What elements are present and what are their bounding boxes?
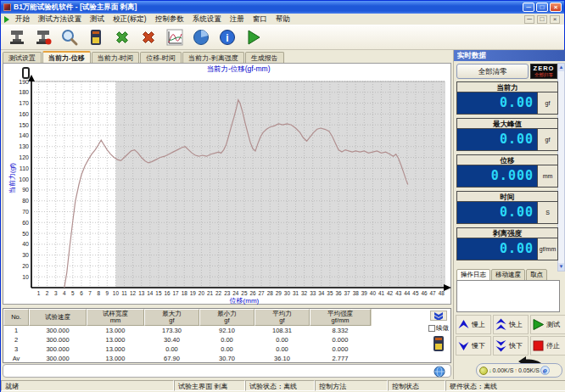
- display-max-peak: 最大峰值 0.00 gf: [456, 118, 558, 151]
- curve-chart-icon[interactable]: [162, 26, 187, 49]
- svg-text:18: 18: [182, 290, 188, 296]
- run-icon[interactable]: [241, 26, 266, 49]
- svg-text:90: 90: [22, 187, 29, 193]
- mdi-minimize-button[interactable]: ─: [524, 15, 534, 24]
- table-row[interactable]: Av300.00013.00067.9030.7036.102.777: [3, 354, 372, 363]
- stop-button[interactable]: 停止: [530, 336, 565, 356]
- table-row[interactable]: 3300.00013.0000.000.000.000.000: [3, 344, 372, 354]
- panel-scrollbar[interactable]: ▲ ▼: [557, 63, 565, 272]
- info-icon[interactable]: i: [215, 26, 239, 49]
- display-current-force: 当前力 0.00 gf: [456, 81, 558, 115]
- mdi-close-button[interactable]: ×: [550, 15, 560, 24]
- delete-green-icon[interactable]: [109, 26, 134, 49]
- stop-icon: [532, 339, 545, 352]
- tab-displacement-time[interactable]: 位移-时间: [140, 52, 182, 63]
- svg-text:20: 20: [199, 290, 205, 296]
- lcd-unit: S: [537, 202, 557, 223]
- svg-text:14: 14: [147, 290, 154, 296]
- svg-text:50: 50: [22, 231, 29, 237]
- table-row[interactable]: 2300.00013.00030.400.000.000.000: [3, 335, 372, 344]
- table-row[interactable]: 1300.00013.000173.3092.10108.318.332: [3, 326, 372, 335]
- svg-text:42: 42: [387, 290, 394, 296]
- status-bar: 就绪 试验主界面 剥离 试验状态：离线 控制方法 控制状态 硬件状态：离线: [1, 379, 565, 392]
- svg-text:47: 47: [430, 290, 437, 296]
- svg-text:110: 110: [20, 165, 29, 171]
- table-cell: 0.00: [255, 345, 310, 353]
- save-card-icon[interactable]: [83, 26, 108, 49]
- scroll-up-icon[interactable]: ▲: [558, 64, 564, 71]
- tab-operation-log[interactable]: 操作日志: [456, 269, 490, 281]
- menu-test[interactable]: 测试: [86, 14, 109, 25]
- menu-calibration[interactable]: 校正(标定): [109, 14, 151, 25]
- log-tabs: 操作日志 移动速度 取点: [456, 269, 548, 281]
- table-cell: 0.00: [144, 345, 199, 353]
- mdi-restore-button[interactable]: □: [537, 15, 547, 24]
- svg-text:23: 23: [224, 290, 231, 296]
- table-cell: 92.10: [199, 327, 255, 334]
- menu-system-settings[interactable]: 系统设置: [188, 14, 226, 25]
- restore-button[interactable]: □: [536, 3, 548, 12]
- table-cell: 0.00: [255, 336, 310, 344]
- menu-help[interactable]: 帮助: [271, 14, 294, 25]
- collapse-chevron-icon[interactable]: [430, 311, 447, 321]
- minimize-button[interactable]: ─: [523, 3, 534, 12]
- menu-control-params[interactable]: 控制参数: [151, 14, 188, 25]
- fast-down-button[interactable]: 快下: [493, 336, 529, 356]
- test-button[interactable]: 测试: [530, 315, 565, 334]
- svg-text:1: 1: [37, 290, 41, 296]
- scroll-down-icon[interactable]: ▼: [558, 263, 564, 271]
- clear-all-button[interactable]: 全部清零: [456, 64, 529, 79]
- table-cell: 13.000: [87, 355, 144, 362]
- tab-force-displacement[interactable]: 当前力-位移: [42, 51, 91, 63]
- svg-text:30: 30: [284, 290, 291, 296]
- force-displacement-chart[interactable]: 1234567891011121314151617181920212223242…: [3, 75, 452, 305]
- close-button[interactable]: ×: [550, 3, 562, 12]
- svg-text:2: 2: [46, 290, 49, 296]
- menu-register[interactable]: 注册: [226, 14, 249, 25]
- lcd-unit: mm: [537, 165, 557, 187]
- zero-all-button[interactable]: ZERO 全部归零: [530, 64, 557, 79]
- tab-pick-point[interactable]: 取点: [526, 269, 547, 281]
- svg-text:40: 40: [370, 290, 377, 296]
- table-side-controls: 续做: [427, 309, 450, 362]
- svg-text:120: 120: [19, 154, 29, 160]
- svg-text:140: 140: [19, 132, 29, 138]
- fast-up-button[interactable]: 快上: [493, 315, 529, 334]
- slow-up-button[interactable]: 慢上: [456, 315, 491, 334]
- tab-report[interactable]: 生成报告: [245, 52, 284, 63]
- tab-move-speed[interactable]: 移动速度: [491, 269, 525, 281]
- svg-text:12: 12: [130, 290, 137, 296]
- menu-start[interactable]: 开始: [11, 14, 34, 25]
- chart-panel: 当前力-位移(gf-mm) 当前力(gf) 123456789101112131…: [3, 63, 451, 305]
- test-machine-stop-icon[interactable]: [31, 26, 55, 49]
- svg-text:180: 180: [19, 89, 29, 95]
- status-ready: 就绪: [1, 380, 174, 391]
- menu-test-method-setup[interactable]: 测试方法设置: [34, 14, 86, 25]
- column-header-6: 平均强度gf/mm: [310, 309, 371, 326]
- download-speed: 0.00K/S: [493, 367, 514, 373]
- svg-text:36: 36: [335, 290, 342, 296]
- svg-text:7: 7: [88, 290, 92, 296]
- window-title: B1万能试验机软件 - [试验主界面 剥离]: [14, 3, 137, 13]
- table-cell: 1: [3, 327, 29, 334]
- svg-text:80: 80: [22, 198, 29, 204]
- tab-force-time[interactable]: 当前力-时间: [92, 52, 140, 63]
- status-screen-name: 试验主界面 剥离: [174, 380, 245, 391]
- tab-test-setup[interactable]: 测试设置: [3, 52, 42, 63]
- pie-chart-icon[interactable]: [188, 26, 213, 49]
- view-tabs: 测试设置 当前力-位移 当前力-时间 位移-时间 当前力-剥离强度 生成报告: [3, 51, 285, 63]
- svg-text:33: 33: [310, 290, 316, 296]
- continue-checkbox[interactable]: [428, 325, 435, 332]
- operation-log-area[interactable]: [456, 280, 560, 312]
- svg-text:37: 37: [344, 290, 351, 296]
- slow-down-button[interactable]: 慢下: [456, 336, 491, 356]
- tab-force-peel-strength[interactable]: 当前力-剥离强度: [182, 52, 244, 63]
- download-arrow-icon: ↓: [489, 367, 492, 373]
- menu-window[interactable]: 窗口: [249, 14, 271, 25]
- zoom-icon[interactable]: [57, 26, 81, 49]
- delete-red-icon[interactable]: [136, 26, 160, 49]
- test-machine-icon[interactable]: [4, 26, 29, 49]
- lcd-unit: gf: [537, 92, 557, 114]
- save-card-small-icon[interactable]: [432, 336, 445, 355]
- coin-icon: [479, 367, 488, 375]
